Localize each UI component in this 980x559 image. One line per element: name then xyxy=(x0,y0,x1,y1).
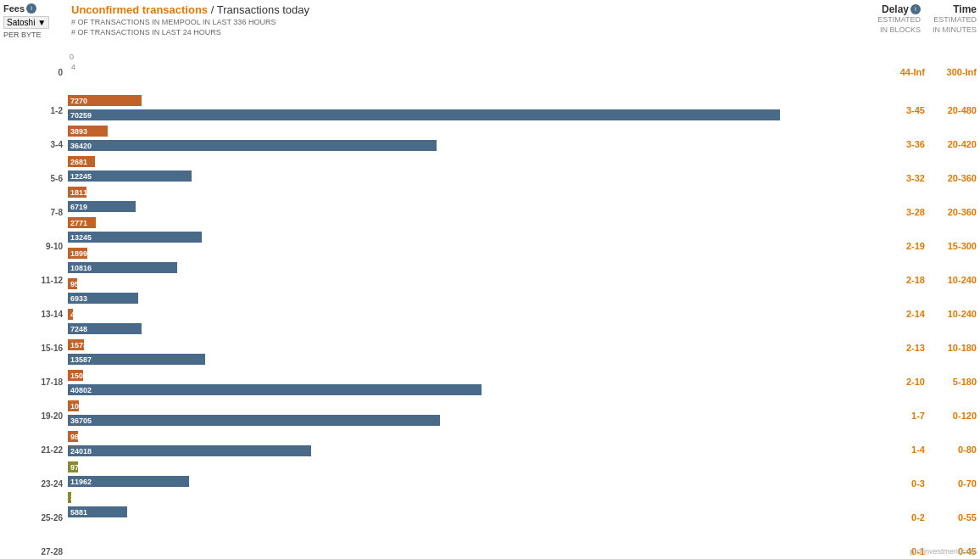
y-label-7-8: 7-8 xyxy=(0,195,68,229)
bar-orange-15-16: 476 xyxy=(68,309,73,320)
y-label-15-16: 15-16 xyxy=(0,331,68,365)
bar-blue-3-4: 36420 xyxy=(68,140,437,151)
bar-group-7-8: 1811 6719 xyxy=(68,185,870,214)
delay-val-15-16: 2-13 xyxy=(873,343,925,353)
bar-blue-23-24: 24018 xyxy=(68,445,311,456)
bar-blue-label-19-20: 40802 xyxy=(68,386,92,394)
bar-group-19-20: 1504 40802 xyxy=(68,368,870,397)
bar-group-21-22: 1082 36705 xyxy=(68,399,870,428)
bar-orange-13-14: 954 xyxy=(68,278,77,289)
delay-sub1: ESTIMATED xyxy=(873,15,921,25)
delay-val-21-22: 1-4 xyxy=(873,444,925,455)
bar-group-1-2: 7270 70259 xyxy=(68,93,870,122)
bar-row-orange-27-28: 376 xyxy=(68,490,870,505)
time-val-25-26: 0-55 xyxy=(925,512,977,523)
bar-orange-label-5-6: 2681 xyxy=(68,158,87,166)
bar-row-orange-23-24: 985 xyxy=(68,429,870,444)
right-row-19-20: 1-7 0-120 xyxy=(873,399,977,433)
bar-group-15-16: 476 7248 xyxy=(68,307,870,336)
bar-blue-15-16: 7248 xyxy=(68,323,142,334)
bar-orange-label-23-24: 985 xyxy=(68,433,83,441)
right-row-21-22: 1-4 0-80 xyxy=(873,433,977,467)
bar-orange-5-6: 2681 xyxy=(68,156,95,167)
bar-group-13-14: 954 6933 xyxy=(68,277,870,305)
chart-body: 0 4 7270 70259 3893 36420 xyxy=(68,51,870,559)
bar-row-blue-13-14: 6933 xyxy=(68,291,870,305)
right-header: Delay i ESTIMATED IN BLOCKS Time ESTIMAT… xyxy=(873,0,977,51)
delay-column-header: Delay i ESTIMATED IN BLOCKS xyxy=(873,3,921,35)
chart-title-highlight: Unconfirmed transactions xyxy=(71,3,208,16)
time-sub2: IN MINUTES xyxy=(929,25,977,36)
right-row-5-6: 3-32 20-360 xyxy=(873,161,977,195)
bar-row-orange-17-18: 1573 xyxy=(68,338,870,352)
bar-orange-label-19-20: 1504 xyxy=(68,372,87,380)
right-panel: Delay i ESTIMATED IN BLOCKS Time ESTIMAT… xyxy=(870,0,980,559)
bar-blue-label-27-28: 5881 xyxy=(68,508,87,517)
bar-blue-11-12: 10816 xyxy=(68,262,177,273)
right-row-17-18: 2-10 5-180 xyxy=(873,365,977,399)
bar-row-blue-1-2: 70259 xyxy=(68,108,870,122)
bar-blue-13-14: 6933 xyxy=(68,293,138,304)
fees-info-icon[interactable]: i xyxy=(26,3,36,14)
bar-orange-11-12: 1899 xyxy=(68,248,87,259)
delay-info-icon[interactable]: i xyxy=(910,4,921,14)
bar-row-blue-5-6: 12245 xyxy=(68,169,870,183)
delay-val-13-14: 2-14 xyxy=(873,309,925,319)
bar-row-blue-21-22: 36705 xyxy=(68,413,870,428)
right-row-0: 44-Inf 300-Inf xyxy=(873,51,977,93)
right-row-23-24: 0-3 0-70 xyxy=(873,467,977,500)
time-val-19-20: 0-120 xyxy=(925,411,977,421)
bar-orange-7-8: 1811 xyxy=(68,187,86,198)
bars-container: 7270 70259 3893 36420 2681 12245 xyxy=(68,93,870,519)
time-val-11-12: 10-240 xyxy=(925,275,977,285)
right-row-15-16: 2-13 10-180 xyxy=(873,331,977,365)
bar-blue-label-5-6: 12245 xyxy=(68,172,92,181)
right-row-11-12: 2-18 10-240 xyxy=(873,263,977,297)
bar-row-orange-13-14: 954 xyxy=(68,277,870,291)
bar-orange-9-10: 2771 xyxy=(68,217,96,228)
bar-orange-label-11-12: 1899 xyxy=(68,249,87,258)
y-label-23-24: 23-24 xyxy=(0,467,68,500)
bar-row-blue-17-18: 13587 xyxy=(68,352,870,366)
bar-orange-23-24: 985 xyxy=(68,431,78,442)
watermark: profinvestment.com xyxy=(910,547,977,556)
chart-subtitle1: # OF TRANSACTIONS IN MEMPOOL IN LAST 336… xyxy=(71,18,866,26)
bar-orange-label-7-8: 1811 xyxy=(68,188,87,197)
bar-blue-label-25-26: 11962 xyxy=(68,478,92,486)
bar-orange-21-22: 1082 xyxy=(68,400,79,411)
y-label-19-20: 19-20 xyxy=(0,399,68,433)
right-row-3-4: 3-36 20-420 xyxy=(873,127,977,161)
delay-val-11-12: 2-18 xyxy=(873,275,925,285)
bar-row-orange-9-10: 2771 xyxy=(68,215,870,230)
delay-val-5-6: 3-32 xyxy=(873,173,925,183)
delay-val-17-18: 2-10 xyxy=(873,377,925,387)
bar-orange-25-26: 972 xyxy=(68,461,78,472)
time-val-9-10: 15-300 xyxy=(925,241,977,251)
bar-blue-label-1-2: 70259 xyxy=(68,111,92,120)
bar-group-27-28: 376 5881 xyxy=(68,490,870,519)
bar-blue-label-15-16: 7248 xyxy=(68,325,87,333)
time-val-7-8: 20-360 xyxy=(925,207,977,217)
time-label: Time xyxy=(929,3,977,15)
bar-group-17-18: 1573 13587 xyxy=(68,338,870,366)
bar-orange-27-28: 376 xyxy=(68,492,71,503)
fees-unit-dropdown[interactable]: Satoshi ▼ xyxy=(3,16,49,29)
bar-row-orange-19-20: 1504 xyxy=(68,368,870,383)
bar-blue-label-11-12: 10816 xyxy=(68,264,92,272)
bar-blue-label-23-24: 24018 xyxy=(68,447,92,456)
right-row-13-14: 2-14 10-240 xyxy=(873,297,977,331)
bar-blue-label-21-22: 36705 xyxy=(68,416,92,425)
bar-blue-25-26: 11962 xyxy=(68,476,189,487)
delay-val-7-8: 3-28 xyxy=(873,207,925,217)
fees-per-byte: PER BYTE xyxy=(3,31,64,39)
right-row-1-2: 3-45 20-480 xyxy=(873,93,977,127)
y-label-3-4: 3-4 xyxy=(0,127,68,161)
right-row-7-8: 3-28 20-360 xyxy=(873,195,977,229)
bar-row-blue-9-10: 13245 xyxy=(68,230,870,244)
right-row-9-10: 2-19 15-300 xyxy=(873,229,977,263)
time-val-3-4: 20-420 xyxy=(925,139,977,149)
bar-blue-label-13-14: 6933 xyxy=(68,294,87,303)
bar-row-blue-7-8: 6719 xyxy=(68,199,870,214)
time-val-13-14: 10-240 xyxy=(925,309,977,319)
y-label-5-6: 5-6 xyxy=(0,161,68,195)
